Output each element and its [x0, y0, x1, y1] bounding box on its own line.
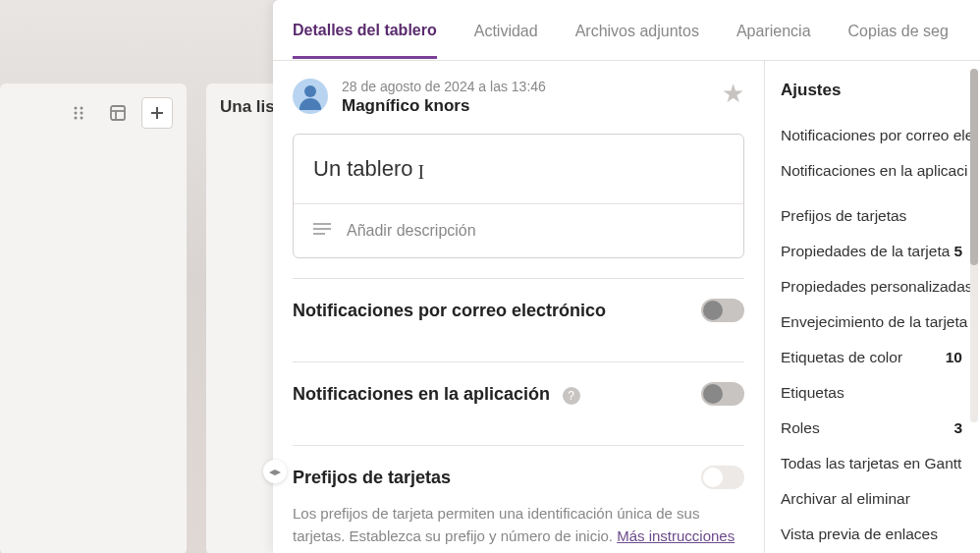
section-app-notifications: Notificaciones en la aplicación ? — [293, 361, 744, 425]
svg-point-0 — [75, 107, 78, 110]
board-details-panel: Detalles del tablero Actividad Archivos … — [273, 0, 980, 553]
description-input[interactable]: Añadir descripción — [294, 203, 743, 257]
sidebar-item-color-labels[interactable]: Etiquetas de color10 — [781, 340, 980, 375]
svg-point-4 — [75, 117, 78, 120]
header-text: 28 de agosto de 2024 a las 13:46 Magnífi… — [342, 79, 708, 116]
tab-backups[interactable]: Copias de seg — [848, 3, 949, 58]
section-card-prefixes: Prefijos de tarjetas Los prefijos de tar… — [293, 445, 744, 553]
panel-body: 28 de agosto de 2024 a las 13:46 Magnífi… — [273, 61, 980, 553]
tab-appearance[interactable]: Apariencia — [736, 3, 811, 58]
sidebar-item-app-notif[interactable]: Notificaciones en la aplicaci — [781, 153, 980, 189]
help-icon[interactable]: ? — [563, 387, 580, 405]
layout-icon[interactable] — [102, 97, 134, 129]
svg-point-3 — [81, 112, 83, 115]
tab-details[interactable]: Detalles del tablero — [293, 2, 437, 59]
svg-point-1 — [81, 107, 83, 110]
sidebar-item-gantt[interactable]: Todas las tarjetas en Gantt — [781, 446, 980, 481]
sidebar-item-labels[interactable]: Etiquetas — [781, 375, 980, 411]
sidebar-title: Ajustes — [781, 81, 980, 100]
avatar[interactable] — [293, 79, 328, 114]
author-name: Magnífico knors — [342, 96, 708, 116]
section-title: Notificaciones en la aplicación — [293, 384, 550, 404]
sidebar-item-roles[interactable]: Roles3 — [781, 411, 980, 446]
toggle-email-notifications[interactable] — [701, 299, 744, 322]
sidebar-item-link-preview[interactable]: Vista previa de enlaces — [781, 517, 980, 552]
add-button[interactable] — [141, 97, 173, 129]
drag-handle-icon[interactable] — [63, 97, 94, 129]
svg-point-2 — [75, 112, 78, 115]
settings-sidebar: Ajustes Notificaciones por correo ele No… — [764, 61, 980, 553]
svg-point-5 — [81, 117, 83, 120]
section-email-notifications: Notificaciones por correo electrónico — [293, 278, 744, 342]
description-placeholder: Añadir descripción — [347, 222, 476, 240]
svg-rect-6 — [111, 106, 125, 120]
tabs-bar: Detalles del tablero Actividad Archivos … — [273, 0, 980, 61]
section-title: Notificaciones por correo electrónico — [293, 301, 606, 321]
sidebar-item-custom-props[interactable]: Propiedades personalizadas — [781, 269, 980, 304]
toggle-card-prefixes[interactable] — [701, 466, 744, 489]
board-title-text: Un tablero — [313, 156, 413, 181]
toggle-app-notifications[interactable] — [701, 382, 744, 406]
title-box: Un tablero I Añadir descripción — [293, 134, 744, 258]
sidebar-item-email-notif[interactable]: Notificaciones por correo ele — [781, 118, 980, 153]
description-icon — [313, 222, 331, 240]
tab-attachments[interactable]: Archivos adjuntos — [575, 3, 699, 58]
sidebar-item-archive[interactable]: Archivar al eliminar — [781, 481, 980, 517]
section-title: Prefijos de tarjetas — [293, 468, 451, 488]
timestamp: 28 de agosto de 2024 a las 13:46 — [342, 79, 708, 94]
header-row: 28 de agosto de 2024 a las 13:46 Magnífi… — [293, 79, 744, 116]
sidebar-item-card-props[interactable]: Propiedades de la tarjeta5 — [781, 234, 980, 269]
board-toolbar — [0, 83, 187, 553]
scrollbar-thumb[interactable] — [970, 69, 978, 265]
expand-handle-icon[interactable]: ◂▸ — [263, 460, 287, 483]
sidebar-item-prefixes[interactable]: Prefijos de tarjetas — [781, 198, 980, 234]
section-description: Los prefijos de tarjeta permiten una ide… — [293, 503, 744, 547]
star-icon[interactable]: ★ — [722, 79, 744, 109]
board-title-input[interactable]: Un tablero I — [294, 135, 743, 203]
sidebar-item-aging[interactable]: Envejecimiento de la tarjeta — [781, 304, 980, 340]
tab-activity[interactable]: Actividad — [474, 3, 538, 58]
more-instructions-link[interactable]: Más instrucciones — [617, 527, 735, 544]
main-content: 28 de agosto de 2024 a las 13:46 Magnífi… — [273, 61, 764, 553]
